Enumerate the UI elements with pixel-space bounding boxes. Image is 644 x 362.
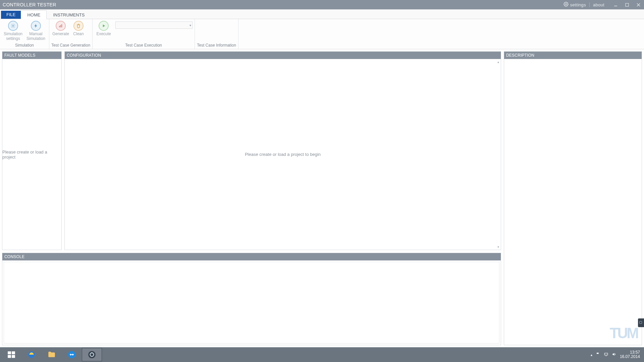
description-panel: DESCRIPTION TUM bbox=[504, 51, 642, 345]
panel-title: FAULT MODELS bbox=[2, 52, 61, 59]
clean-button[interactable]: Clean bbox=[71, 20, 86, 36]
svg-rect-8 bbox=[61, 24, 62, 27]
windows-icon bbox=[7, 350, 16, 359]
description-body bbox=[504, 59, 642, 345]
volume-icon[interactable] bbox=[612, 352, 616, 358]
configuration-body: Please create or load a project to begin… bbox=[65, 59, 501, 250]
ribbon-group-simulation: Simulation settings Manual Simulation Si… bbox=[0, 19, 49, 49]
tab-instruments[interactable]: INSTRUMENTS bbox=[47, 10, 91, 19]
ribbon-group-label: Test Case Execution bbox=[95, 43, 193, 48]
execute-button[interactable]: Execute bbox=[95, 20, 113, 36]
gear-icon bbox=[564, 2, 569, 8]
svg-rect-7 bbox=[60, 25, 61, 27]
folder-icon bbox=[47, 350, 56, 359]
ribbon-tabs: FILE HOME INSTRUMENTS bbox=[0, 9, 644, 19]
titlebar: CONTROLLER TESTER settings about bbox=[0, 0, 644, 9]
window-close-button[interactable] bbox=[633, 0, 644, 9]
svg-point-5 bbox=[12, 25, 14, 26]
placeholder-text: Please create or load a project to begin bbox=[245, 152, 321, 157]
taskbar-item-teamviewer[interactable] bbox=[62, 348, 82, 361]
file-tab[interactable]: FILE bbox=[1, 11, 21, 19]
chevron-down-icon: ▾ bbox=[190, 23, 191, 27]
trash-icon bbox=[73, 21, 84, 31]
app-icon bbox=[88, 350, 96, 359]
svg-rect-10 bbox=[12, 351, 15, 354]
svg-rect-18 bbox=[604, 353, 607, 355]
ribbon-group-label: Test Case Generation bbox=[51, 43, 90, 48]
brand-logo: TUM bbox=[610, 325, 638, 342]
svg-rect-6 bbox=[59, 26, 60, 27]
svg-point-0 bbox=[565, 4, 567, 5]
app-title: CONTROLLER TESTER bbox=[3, 2, 56, 7]
clean-label: Clean bbox=[73, 32, 84, 36]
simulation-settings-label: Simulation settings bbox=[4, 32, 22, 41]
settings-button[interactable]: settings bbox=[560, 0, 589, 9]
execute-label: Execute bbox=[96, 32, 111, 36]
clock-date: 16.07.2014 bbox=[620, 355, 640, 359]
testcase-select[interactable]: ▾ bbox=[115, 21, 193, 29]
play-icon bbox=[99, 21, 109, 31]
chevron-up-icon[interactable]: ▴ bbox=[496, 60, 500, 64]
panel-title: DESCRIPTION bbox=[504, 52, 642, 59]
ribbon: Simulation settings Manual Simulation Si… bbox=[0, 19, 644, 49]
window-minimize-button[interactable] bbox=[610, 0, 621, 9]
system-tray: ▴ 13:57 16.07.2014 bbox=[591, 350, 643, 359]
svg-rect-9 bbox=[8, 351, 11, 354]
fault-models-panel: FAULT MODELS Please create or load a pro… bbox=[2, 51, 62, 250]
ribbon-group-execution: Execute ▾ Test Case Execution bbox=[93, 19, 195, 49]
chart-icon bbox=[56, 21, 66, 31]
chevron-down-icon[interactable]: ▾ bbox=[496, 245, 500, 249]
svg-rect-1 bbox=[614, 6, 617, 6]
taskbar-item-file-explorer[interactable] bbox=[42, 348, 62, 361]
taskbar: ▴ 13:57 16.07.2014 bbox=[0, 347, 644, 362]
manual-simulation-button[interactable]: Manual Simulation bbox=[25, 20, 47, 41]
scroll-indicators: ▴ ▾ bbox=[496, 60, 500, 249]
svg-point-17 bbox=[91, 352, 92, 353]
taskbar-item-internet-explorer[interactable] bbox=[21, 348, 42, 361]
remote-session-tab[interactable] bbox=[638, 318, 644, 327]
fault-models-body: Please create or load a project bbox=[2, 59, 61, 250]
taskbar-item-start[interactable] bbox=[1, 348, 21, 361]
generate-button[interactable]: Generate bbox=[51, 20, 70, 36]
ie-icon bbox=[27, 350, 36, 359]
settings-label: settings bbox=[570, 2, 586, 7]
taskbar-clock[interactable]: 13:57 16.07.2014 bbox=[620, 350, 640, 359]
panel-title: CONFIGURATION bbox=[65, 52, 501, 59]
ribbon-group-label: Test Case Information bbox=[197, 43, 236, 48]
generate-label: Generate bbox=[52, 32, 69, 36]
network-icon[interactable] bbox=[604, 352, 608, 358]
about-button[interactable]: about bbox=[590, 0, 608, 9]
console-panel: CONSOLE bbox=[2, 253, 501, 345]
bolt-icon bbox=[31, 21, 41, 31]
svg-rect-2 bbox=[626, 3, 629, 6]
panel-title: CONSOLE bbox=[2, 253, 501, 260]
svg-point-15 bbox=[88, 351, 96, 358]
simulation-settings-button[interactable]: Simulation settings bbox=[2, 20, 24, 41]
svg-rect-12 bbox=[12, 355, 15, 358]
ribbon-group-label: Simulation bbox=[2, 43, 47, 48]
teamviewer-icon bbox=[67, 350, 76, 359]
content-area: FAULT MODELS Please create or load a pro… bbox=[0, 49, 644, 347]
about-label: about bbox=[593, 2, 604, 7]
flag-icon[interactable] bbox=[596, 352, 600, 358]
console-body bbox=[4, 262, 499, 344]
configuration-panel: CONFIGURATION Please create or load a pr… bbox=[64, 51, 501, 250]
placeholder-text: Please create or load a project bbox=[2, 149, 61, 160]
gear-icon bbox=[8, 21, 18, 31]
ribbon-group-information: Test Case Information bbox=[195, 19, 238, 49]
ribbon-group-generation: Generate Clean Test Case Generation bbox=[49, 19, 93, 49]
show-hidden-icons[interactable]: ▴ bbox=[591, 353, 592, 357]
svg-rect-11 bbox=[8, 355, 11, 358]
tab-home[interactable]: HOME bbox=[21, 10, 47, 19]
window-maximize-button[interactable] bbox=[621, 0, 633, 9]
taskbar-item-controller-tester[interactable] bbox=[82, 348, 102, 361]
manual-simulation-label: Manual Simulation bbox=[26, 32, 45, 41]
